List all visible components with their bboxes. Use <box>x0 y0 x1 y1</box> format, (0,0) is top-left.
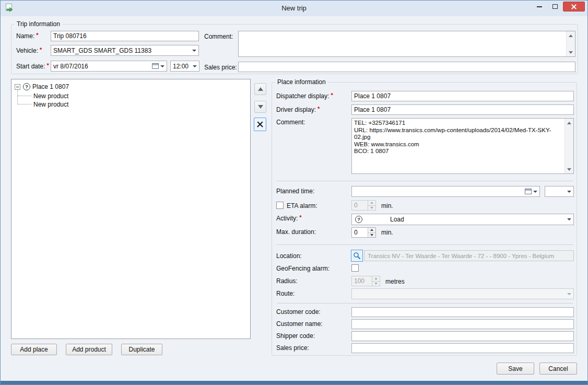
add-product-button[interactable]: Add product <box>66 344 112 355</box>
spin-down-icon[interactable] <box>368 205 375 211</box>
eta-alarm-checkbox[interactable] <box>276 202 284 209</box>
scroll-down-icon[interactable] <box>567 48 575 56</box>
start-date-value: vr 8/07/2016 <box>51 63 152 70</box>
trip-information-legend: Trip information <box>15 20 62 28</box>
required-marker: * <box>46 62 49 68</box>
tree-item-product-1[interactable]: New product <box>33 92 68 100</box>
planned-time-picker[interactable] <box>351 186 540 197</box>
spin-up-icon[interactable] <box>368 201 375 205</box>
name-label: Name:* <box>16 32 39 40</box>
spin-down-icon[interactable] <box>368 232 375 238</box>
location-search-button[interactable] <box>351 250 363 262</box>
tree-item-place[interactable]: ? Place 1 0807 <box>15 83 69 91</box>
activity-select[interactable]: ? Load <box>351 214 574 225</box>
move-up-button[interactable] <box>254 83 266 95</box>
place-information-legend: Place information <box>275 78 328 86</box>
dropdown-arrow-icon <box>190 45 198 55</box>
required-marker: * <box>36 32 38 38</box>
customer-name-input[interactable] <box>351 319 574 329</box>
duplicate-button[interactable]: Duplicate <box>121 344 162 355</box>
radius-spinner[interactable]: 100 <box>351 276 380 286</box>
delete-item-button[interactable] <box>254 118 266 131</box>
place-comment-textarea[interactable]: TEL: +3257346171 URL: https://www.transi… <box>351 118 574 174</box>
dropdown-arrow-icon <box>190 61 199 71</box>
activity-label: Activity:* <box>276 215 302 222</box>
activity-question-icon: ? <box>355 216 362 223</box>
max-duration-spinner[interactable]: 0 <box>351 227 376 238</box>
route-select <box>351 288 574 299</box>
maximize-button[interactable] <box>547 2 562 11</box>
caption-buttons <box>532 2 585 11</box>
activity-value: Load <box>364 216 565 223</box>
down-arrow-icon <box>258 105 263 109</box>
scroll-up-icon[interactable] <box>565 119 573 127</box>
separator <box>277 244 573 245</box>
calendar-icon <box>525 189 532 194</box>
planned-time-label: Planned time: <box>276 188 314 195</box>
trip-comment-label: Comment: <box>204 33 233 40</box>
trip-comment-textarea[interactable] <box>238 31 575 57</box>
max-duration-unit: min. <box>381 229 393 236</box>
separator <box>277 181 573 181</box>
title-bar: New trip <box>1 1 587 16</box>
trip-tree: ? Place 1 0807 New product New product <box>11 79 251 339</box>
customer-name-label: Customer name: <box>276 320 323 328</box>
delete-x-icon <box>256 121 264 128</box>
eta-alarm-spinner[interactable]: 0 <box>351 200 376 211</box>
vehicle-value: SMART_GDS SMART_GDS 11383 <box>51 47 190 54</box>
start-date-picker[interactable]: vr 8/07/2016 <box>51 61 167 72</box>
collapse-icon[interactable] <box>15 84 20 90</box>
trip-comment-scrollbar[interactable] <box>566 31 575 56</box>
radius-value: 100 <box>352 276 372 286</box>
planned-time-select[interactable] <box>545 186 574 197</box>
place-question-icon: ? <box>23 83 30 90</box>
dropdown-arrow-icon <box>533 191 537 193</box>
maximize-icon <box>552 4 558 9</box>
customer-code-input[interactable] <box>351 307 574 317</box>
required-marker: * <box>317 106 320 112</box>
tree-connector <box>17 89 18 104</box>
dropdown-arrow-icon <box>160 65 164 67</box>
calendar-icon <box>152 63 159 69</box>
spin-up-icon[interactable] <box>372 276 380 281</box>
dropdown-arrow-icon <box>565 186 573 196</box>
spin-up-icon[interactable] <box>368 228 375 232</box>
name-input[interactable] <box>51 31 199 41</box>
driver-display-input[interactable] <box>351 104 574 115</box>
add-place-button[interactable]: Add place <box>11 344 57 355</box>
geofencing-alarm-checkbox[interactable] <box>351 264 359 272</box>
place-comment-scrollbar[interactable] <box>565 119 573 173</box>
close-button[interactable] <box>563 2 585 11</box>
window-bottom-border <box>1 381 587 384</box>
tree-item-label: Place 1 0807 <box>32 83 69 90</box>
minimize-button[interactable] <box>532 2 547 11</box>
max-duration-label: Max. duration: <box>276 228 316 236</box>
trip-sales-price-input[interactable] <box>238 62 575 72</box>
place-comment-label: Comment: <box>276 119 305 126</box>
save-button[interactable]: Save <box>497 363 534 375</box>
cancel-button[interactable]: Cancel <box>539 363 577 375</box>
shipper-code-input[interactable] <box>351 331 574 341</box>
up-arrow-icon <box>258 87 263 91</box>
start-time-select[interactable]: 12:00 <box>170 61 199 72</box>
scroll-up-icon[interactable] <box>567 31 575 40</box>
radius-unit: metres <box>385 278 405 285</box>
move-down-button[interactable] <box>254 101 266 113</box>
driver-display-label: Driver display:* <box>276 106 320 113</box>
vehicle-select[interactable]: SMART_GDS SMART_GDS 11383 <box>51 45 199 56</box>
dispatcher-display-label: Dispatcher display:* <box>276 92 333 100</box>
new-trip-dialog: New trip Trip information Name:* Comment… <box>0 0 588 385</box>
vehicle-label: Vehicle:* <box>16 47 42 54</box>
required-marker: * <box>331 92 333 98</box>
place-sales-price-input[interactable] <box>351 343 574 353</box>
tree-connector <box>18 104 31 104</box>
required-marker: * <box>40 46 42 53</box>
eta-alarm-label: ETA alarm: <box>287 202 317 209</box>
spin-down-icon[interactable] <box>372 281 380 286</box>
tree-item-product-2[interactable]: New product <box>33 100 68 109</box>
scroll-down-icon[interactable] <box>565 165 573 173</box>
customer-code-label: Customer code: <box>276 308 321 316</box>
tree-item-label: New product <box>33 92 68 100</box>
tree-item-label: New product <box>33 101 68 108</box>
dispatcher-display-input[interactable] <box>351 91 574 101</box>
